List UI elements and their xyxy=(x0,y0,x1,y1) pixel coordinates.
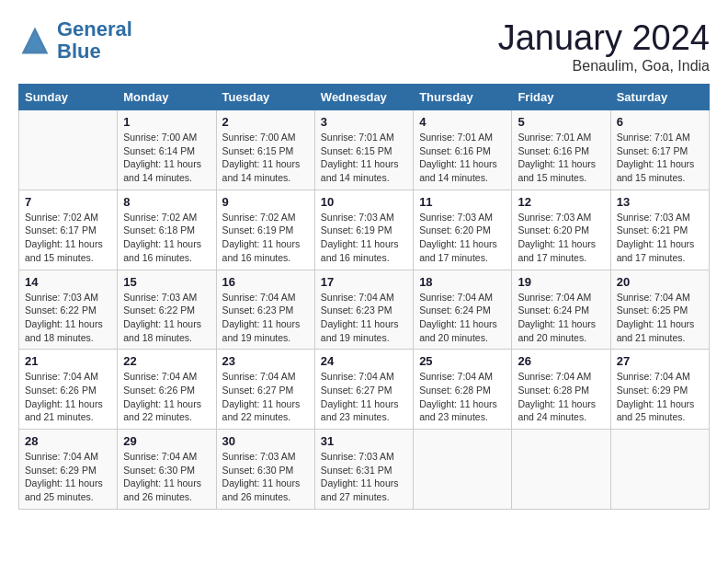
calendar-cell: 9Sunrise: 7:02 AMSunset: 6:19 PMDaylight… xyxy=(216,190,314,270)
day-info: Sunrise: 7:04 AMSunset: 6:26 PMDaylight:… xyxy=(25,370,111,424)
calendar-cell: 25Sunrise: 7:04 AMSunset: 6:28 PMDayligh… xyxy=(414,350,512,430)
calendar-cell: 11Sunrise: 7:03 AMSunset: 6:20 PMDayligh… xyxy=(414,190,512,270)
calendar-cell: 29Sunrise: 7:04 AMSunset: 6:30 PMDayligh… xyxy=(118,430,216,510)
calendar-cell: 22Sunrise: 7:04 AMSunset: 6:26 PMDayligh… xyxy=(118,350,216,430)
day-info: Sunrise: 7:04 AMSunset: 6:25 PMDaylight:… xyxy=(617,291,703,345)
weekday-header: Wednesday xyxy=(314,85,413,110)
calendar-cell: 14Sunrise: 7:03 AMSunset: 6:22 PMDayligh… xyxy=(19,270,118,350)
calendar-cell xyxy=(512,430,610,510)
calendar-cell xyxy=(610,430,709,510)
day-info: Sunrise: 7:01 AMSunset: 6:15 PMDaylight:… xyxy=(321,131,407,185)
calendar-cell: 8Sunrise: 7:02 AMSunset: 6:18 PMDaylight… xyxy=(118,190,216,270)
day-info: Sunrise: 7:03 AMSunset: 6:30 PMDaylight:… xyxy=(222,450,309,504)
day-info: Sunrise: 7:04 AMSunset: 6:27 PMDaylight:… xyxy=(321,370,407,424)
calendar-cell: 2Sunrise: 7:00 AMSunset: 6:15 PMDaylight… xyxy=(216,110,314,190)
day-number: 18 xyxy=(419,275,506,289)
day-number: 25 xyxy=(419,354,506,368)
day-number: 1 xyxy=(123,115,210,129)
calendar-week-row: 21Sunrise: 7:04 AMSunset: 6:26 PMDayligh… xyxy=(19,350,710,430)
calendar-cell: 28Sunrise: 7:04 AMSunset: 6:29 PMDayligh… xyxy=(19,430,118,510)
day-number: 10 xyxy=(321,195,407,209)
day-number: 29 xyxy=(123,434,210,448)
calendar-week-row: 28Sunrise: 7:04 AMSunset: 6:29 PMDayligh… xyxy=(19,430,710,510)
calendar-cell: 30Sunrise: 7:03 AMSunset: 6:30 PMDayligh… xyxy=(216,430,314,510)
weekday-header: Saturday xyxy=(610,85,709,110)
day-number: 5 xyxy=(518,115,604,129)
calendar-cell xyxy=(414,430,512,510)
day-number: 9 xyxy=(222,195,309,209)
day-number: 26 xyxy=(518,354,604,368)
weekday-header: Sunday xyxy=(19,85,118,110)
calendar-cell: 18Sunrise: 7:04 AMSunset: 6:24 PMDayligh… xyxy=(414,270,512,350)
calendar-cell: 5Sunrise: 7:01 AMSunset: 6:16 PMDaylight… xyxy=(512,110,610,190)
calendar-cell: 24Sunrise: 7:04 AMSunset: 6:27 PMDayligh… xyxy=(314,350,413,430)
day-number: 19 xyxy=(518,275,604,289)
calendar-subtitle: Benaulim, Goa, India xyxy=(498,58,710,75)
day-number: 4 xyxy=(419,115,506,129)
logo-icon xyxy=(18,24,51,57)
weekday-header: Tuesday xyxy=(216,85,314,110)
day-info: Sunrise: 7:04 AMSunset: 6:29 PMDaylight:… xyxy=(617,370,703,424)
calendar-cell: 17Sunrise: 7:04 AMSunset: 6:23 PMDayligh… xyxy=(314,270,413,350)
calendar-cell: 4Sunrise: 7:01 AMSunset: 6:16 PMDaylight… xyxy=(414,110,512,190)
day-info: Sunrise: 7:00 AMSunset: 6:15 PMDaylight:… xyxy=(222,131,309,185)
day-number: 31 xyxy=(321,434,407,448)
day-number: 12 xyxy=(518,195,604,209)
day-info: Sunrise: 7:03 AMSunset: 6:20 PMDaylight:… xyxy=(518,211,604,265)
day-info: Sunrise: 7:04 AMSunset: 6:24 PMDaylight:… xyxy=(518,291,604,345)
day-info: Sunrise: 7:04 AMSunset: 6:29 PMDaylight:… xyxy=(25,450,111,504)
day-info: Sunrise: 7:01 AMSunset: 6:16 PMDaylight:… xyxy=(419,131,506,185)
day-number: 30 xyxy=(222,434,309,448)
day-info: Sunrise: 7:04 AMSunset: 6:23 PMDaylight:… xyxy=(222,291,309,345)
day-number: 23 xyxy=(222,354,309,368)
logo: General Blue xyxy=(18,18,132,63)
calendar-cell xyxy=(19,110,118,190)
day-info: Sunrise: 7:04 AMSunset: 6:28 PMDaylight:… xyxy=(419,370,506,424)
day-info: Sunrise: 7:02 AMSunset: 6:19 PMDaylight:… xyxy=(222,211,309,265)
calendar-cell: 3Sunrise: 7:01 AMSunset: 6:15 PMDaylight… xyxy=(314,110,413,190)
title-area: January 2024 Benaulim, Goa, India xyxy=(498,18,710,75)
day-info: Sunrise: 7:02 AMSunset: 6:17 PMDaylight:… xyxy=(25,211,111,265)
day-info: Sunrise: 7:02 AMSunset: 6:18 PMDaylight:… xyxy=(123,211,210,265)
day-info: Sunrise: 7:01 AMSunset: 6:16 PMDaylight:… xyxy=(518,131,604,185)
calendar-cell: 1Sunrise: 7:00 AMSunset: 6:14 PMDaylight… xyxy=(118,110,216,190)
day-info: Sunrise: 7:03 AMSunset: 6:21 PMDaylight:… xyxy=(617,211,703,265)
day-number: 28 xyxy=(25,434,111,448)
calendar-title: January 2024 xyxy=(498,18,710,58)
calendar-week-row: 1Sunrise: 7:00 AMSunset: 6:14 PMDaylight… xyxy=(19,110,710,190)
calendar-cell: 13Sunrise: 7:03 AMSunset: 6:21 PMDayligh… xyxy=(610,190,709,270)
day-info: Sunrise: 7:04 AMSunset: 6:23 PMDaylight:… xyxy=(321,291,407,345)
calendar-cell: 15Sunrise: 7:03 AMSunset: 6:22 PMDayligh… xyxy=(118,270,216,350)
day-info: Sunrise: 7:04 AMSunset: 6:24 PMDaylight:… xyxy=(419,291,506,345)
calendar-cell: 19Sunrise: 7:04 AMSunset: 6:24 PMDayligh… xyxy=(512,270,610,350)
calendar-cell: 16Sunrise: 7:04 AMSunset: 6:23 PMDayligh… xyxy=(216,270,314,350)
day-info: Sunrise: 7:03 AMSunset: 6:31 PMDaylight:… xyxy=(321,450,407,504)
day-info: Sunrise: 7:04 AMSunset: 6:28 PMDaylight:… xyxy=(518,370,604,424)
page-container: General Blue January 2024 Benaulim, Goa,… xyxy=(18,18,710,510)
day-number: 17 xyxy=(321,275,407,289)
day-number: 14 xyxy=(25,275,111,289)
day-info: Sunrise: 7:03 AMSunset: 6:22 PMDaylight:… xyxy=(25,291,111,345)
calendar-cell: 10Sunrise: 7:03 AMSunset: 6:19 PMDayligh… xyxy=(314,190,413,270)
calendar-cell: 12Sunrise: 7:03 AMSunset: 6:20 PMDayligh… xyxy=(512,190,610,270)
calendar-week-row: 14Sunrise: 7:03 AMSunset: 6:22 PMDayligh… xyxy=(19,270,710,350)
weekday-header: Thursday xyxy=(414,85,512,110)
day-info: Sunrise: 7:03 AMSunset: 6:19 PMDaylight:… xyxy=(321,211,407,265)
day-info: Sunrise: 7:00 AMSunset: 6:14 PMDaylight:… xyxy=(123,131,210,185)
calendar-cell: 31Sunrise: 7:03 AMSunset: 6:31 PMDayligh… xyxy=(314,430,413,510)
day-info: Sunrise: 7:03 AMSunset: 6:22 PMDaylight:… xyxy=(123,291,210,345)
weekday-header: Monday xyxy=(118,85,216,110)
calendar-cell: 20Sunrise: 7:04 AMSunset: 6:25 PMDayligh… xyxy=(610,270,709,350)
day-number: 22 xyxy=(123,354,210,368)
day-number: 6 xyxy=(617,115,703,129)
weekday-header: Friday xyxy=(512,85,610,110)
calendar-table: SundayMondayTuesdayWednesdayThursdayFrid… xyxy=(18,84,710,510)
day-number: 20 xyxy=(617,275,703,289)
day-number: 24 xyxy=(321,354,407,368)
day-info: Sunrise: 7:04 AMSunset: 6:30 PMDaylight:… xyxy=(123,450,210,504)
day-number: 11 xyxy=(419,195,506,209)
day-info: Sunrise: 7:04 AMSunset: 6:26 PMDaylight:… xyxy=(123,370,210,424)
day-info: Sunrise: 7:04 AMSunset: 6:27 PMDaylight:… xyxy=(222,370,309,424)
calendar-cell: 27Sunrise: 7:04 AMSunset: 6:29 PMDayligh… xyxy=(610,350,709,430)
calendar-cell: 21Sunrise: 7:04 AMSunset: 6:26 PMDayligh… xyxy=(19,350,118,430)
